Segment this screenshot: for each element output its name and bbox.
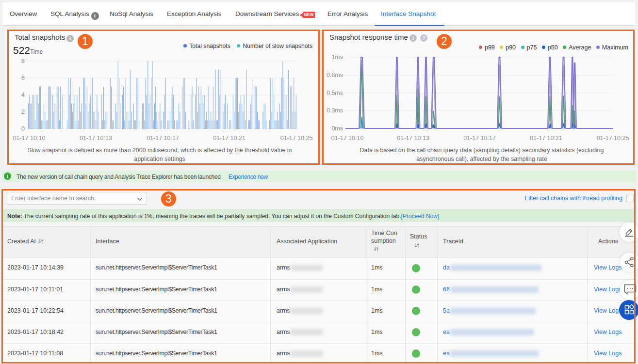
svg-text:0.3ms: 0.3ms: [327, 107, 343, 114]
svg-text:4: 4: [21, 92, 25, 98]
svg-text:01-17 10:13: 01-17 10:13: [80, 135, 112, 142]
svg-text:2: 2: [21, 109, 25, 115]
svg-text:01-17 10:25: 01-17 10:25: [597, 135, 629, 142]
svg-text:0ms: 0ms: [331, 125, 343, 132]
svg-text:0.5ms: 0.5ms: [327, 90, 343, 96]
svg-text:6: 6: [21, 75, 25, 81]
svg-text:0: 0: [21, 126, 25, 132]
svg-text:01-17 10:25: 01-17 10:25: [280, 135, 313, 142]
svg-text:1ms: 1ms: [331, 54, 343, 61]
svg-text:01-17 10:21: 01-17 10:21: [213, 135, 245, 142]
svg-text:01-17 10:13: 01-17 10:13: [397, 135, 429, 142]
svg-text:01-17 10:10: 01-17 10:10: [331, 135, 364, 142]
svg-text:8: 8: [21, 58, 25, 64]
svg-text:01-17 10:17: 01-17 10:17: [147, 135, 179, 142]
svg-text:0.8ms: 0.8ms: [327, 72, 343, 79]
svg-text:01-17 10:17: 01-17 10:17: [463, 135, 496, 142]
svg-text:01-17 10:21: 01-17 10:21: [530, 135, 562, 142]
svg-text:01-17 10:10: 01-17 10:10: [13, 135, 46, 142]
